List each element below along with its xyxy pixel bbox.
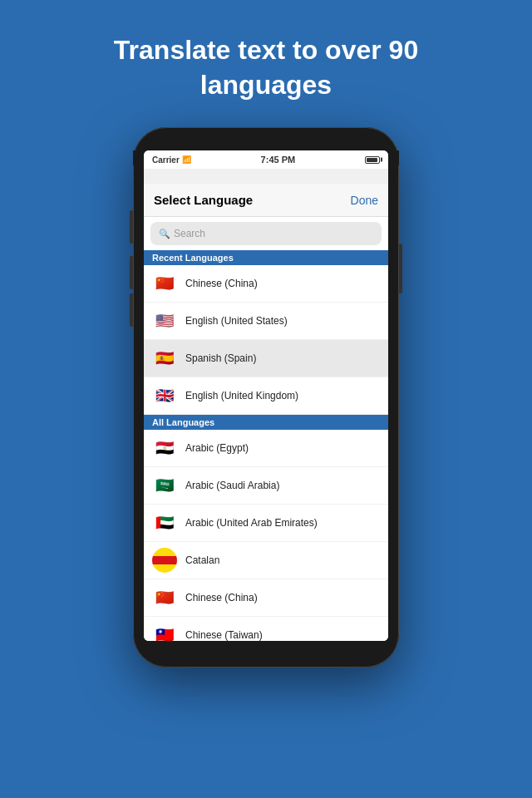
screen: Carrier 📶 7:45 PM Select Language Done 🔍… (144, 150, 388, 641)
flag-spanish-spain: 🇪🇸 (152, 346, 177, 371)
section-header-all: All Languages (144, 415, 388, 430)
flag-english-us: 🇺🇸 (152, 308, 177, 333)
lang-name-arabic-uae: Arabic (United Arab Emirates) (185, 517, 318, 529)
phone-shell: Carrier 📶 7:45 PM Select Language Done 🔍… (133, 127, 399, 667)
status-bar: Carrier 📶 7:45 PM (144, 150, 388, 169)
headline: Translate text to over 90 languages (0, 0, 532, 127)
lang-item-english-us[interactable]: 🇺🇸 English (United States) (144, 303, 388, 340)
flag-arabic-saudi: 🇸🇦 (152, 473, 177, 498)
section-header-recent: Recent Languages (144, 250, 388, 265)
recent-languages-list: 🇨🇳 Chinese (China) 🇺🇸 English (United St… (144, 265, 388, 415)
flag-catalan: C (152, 548, 177, 573)
lang-name-chinese-taiwan: Chinese (Taiwan) (185, 629, 263, 641)
lang-name-english-uk: English (United Kingdom) (185, 390, 298, 401)
flag-chinese-china-recent: 🇨🇳 (152, 271, 177, 296)
nav-bar: Select Language Done (144, 184, 388, 217)
lang-name-arabic-saudi: Arabic (Saudi Arabia) (185, 480, 279, 491)
lang-name-spanish-spain: Spanish (Spain) (185, 352, 256, 364)
carrier-text: Carrier (152, 155, 180, 165)
lang-name-arabic-egypt: Arabic (Egypt) (185, 442, 249, 454)
wifi-icon: 📶 (182, 155, 191, 164)
lang-name-catalan: Catalan (185, 554, 219, 566)
done-button[interactable]: Done (351, 194, 378, 207)
search-icon: 🔍 (159, 229, 170, 239)
search-placeholder: Search (174, 228, 205, 239)
flag-english-uk: 🇬🇧 (152, 383, 177, 408)
lang-item-catalan[interactable]: C Catalan (144, 542, 388, 579)
search-bar-wrapper: 🔍 Search (144, 217, 388, 250)
flag-chinese-china-all: 🇨🇳 (152, 585, 177, 610)
flag-chinese-taiwan: 🇹🇼 (152, 623, 177, 641)
flag-arabic-egypt: 🇪🇬 (152, 436, 177, 461)
lang-item-english-uk[interactable]: 🇬🇧 English (United Kingdom) (144, 377, 388, 415)
search-bar[interactable]: 🔍 Search (150, 222, 382, 245)
lang-item-chinese-china-all[interactable]: 🇨🇳 Chinese (China) (144, 579, 388, 617)
lang-item-arabic-egypt[interactable]: 🇪🇬 Arabic (Egypt) (144, 430, 388, 467)
nav-title: Select Language (154, 193, 253, 207)
time-display: 7:45 PM (261, 155, 296, 165)
all-languages-list: 🇪🇬 Arabic (Egypt) 🇸🇦 Arabic (Saudi Arabi… (144, 430, 388, 641)
lang-item-spanish-spain[interactable]: 🇪🇸 Spanish (Spain) (144, 340, 388, 377)
lang-item-arabic-saudi[interactable]: 🇸🇦 Arabic (Saudi Arabia) (144, 467, 388, 505)
carrier-label: Carrier 📶 (152, 155, 191, 165)
lang-name-chinese-china-recent: Chinese (China) (185, 278, 258, 289)
flag-arabic-uae: 🇦🇪 (152, 510, 177, 535)
status-icons (365, 156, 380, 164)
lang-name-english-us: English (United States) (185, 315, 288, 327)
lang-item-chinese-china-recent[interactable]: 🇨🇳 Chinese (China) (144, 265, 388, 303)
battery-icon (365, 156, 380, 164)
lang-item-chinese-taiwan[interactable]: 🇹🇼 Chinese (Taiwan) (144, 617, 388, 641)
lang-name-chinese-china-all: Chinese (China) (185, 592, 258, 603)
lang-item-arabic-uae[interactable]: 🇦🇪 Arabic (United Arab Emirates) (144, 505, 388, 542)
